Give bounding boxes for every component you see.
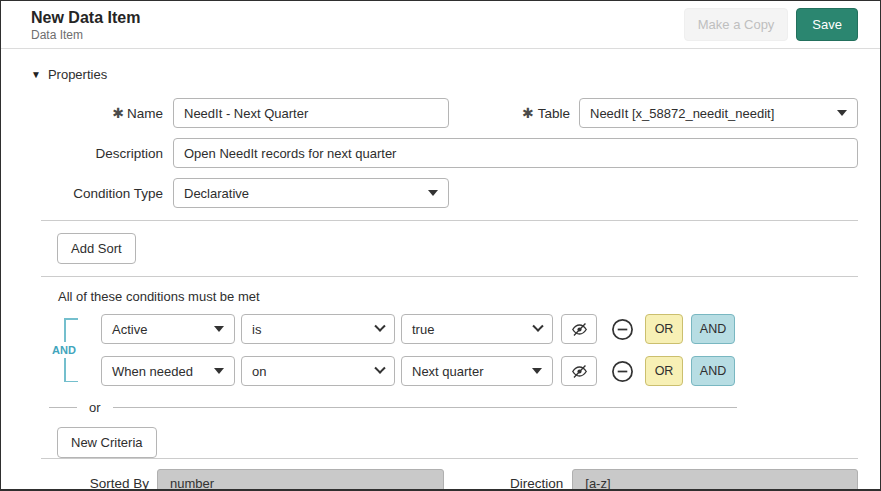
direction-label: Direction xyxy=(510,476,563,491)
required-icon: ✱ xyxy=(522,105,534,121)
condition-type-row: Condition Type Declarative xyxy=(31,178,858,208)
properties-section-toggle[interactable]: ▼ Properties xyxy=(31,67,107,82)
form-header: New Data Item Data Item Make a Copy Save xyxy=(1,1,880,49)
page-subtitle: Data Item xyxy=(31,28,140,42)
eye-slash-icon xyxy=(570,362,589,381)
group-operator-label: AND xyxy=(51,342,77,358)
toggle-visibility-button[interactable] xyxy=(561,314,597,344)
description-label: Description xyxy=(31,146,163,161)
condition-operator-select[interactable]: on xyxy=(241,356,395,386)
collapse-triangle-icon: ▼ xyxy=(31,70,41,80)
properties-section-label: Properties xyxy=(48,67,107,82)
dropdown-caret-icon xyxy=(214,326,224,332)
table-field-group: ✱Table NeedIt [x_58872_needit_needit] xyxy=(522,98,858,128)
minus-circle-icon xyxy=(611,318,634,341)
dropdown-caret-icon xyxy=(837,110,847,116)
divider xyxy=(41,220,858,221)
condition-rows: Active is true xyxy=(101,314,858,386)
table-select-value: NeedIt [x_58872_needit_needit] xyxy=(590,106,774,121)
dropdown-caret-icon xyxy=(428,190,438,196)
sort-footer-row: Sorted By Direction xyxy=(31,459,858,491)
new-criteria-button[interactable]: New Criteria xyxy=(57,427,157,458)
minus-circle-icon xyxy=(611,360,634,383)
sorted-by-label: Sorted By xyxy=(31,476,149,491)
form-footer: Sorted By Direction xyxy=(1,458,880,491)
or-divider: or xyxy=(49,400,737,415)
and-group-connector: AND xyxy=(51,314,81,386)
and-button[interactable]: AND xyxy=(691,314,735,344)
condition-type-value: Declarative xyxy=(184,186,249,201)
toggle-visibility-button[interactable] xyxy=(561,356,597,386)
table-label: ✱Table xyxy=(522,105,570,121)
or-divider-label: or xyxy=(89,400,101,415)
condition-field-select[interactable]: Active xyxy=(101,314,235,344)
remove-condition-button[interactable] xyxy=(609,358,635,384)
description-input[interactable] xyxy=(173,138,858,168)
or-button[interactable]: OR xyxy=(645,314,683,344)
remove-condition-button[interactable] xyxy=(609,316,635,342)
name-input[interactable] xyxy=(173,98,449,128)
condition-operator-select[interactable]: is xyxy=(241,314,395,344)
condition-field-select[interactable]: When needed xyxy=(101,356,235,386)
condition-type-label: Condition Type xyxy=(31,186,163,201)
eye-slash-icon xyxy=(570,320,589,339)
name-table-row: ✱Name ✱Table NeedIt [x_58872_needit_need… xyxy=(31,98,858,128)
condition-type-select[interactable]: Declarative xyxy=(173,178,449,208)
and-button[interactable]: AND xyxy=(691,356,735,386)
condition-builder: AND Active is true xyxy=(51,314,858,386)
make-a-copy-button[interactable]: Make a Copy xyxy=(684,8,789,41)
save-button[interactable]: Save xyxy=(796,8,858,41)
conditions-header-text: All of these conditions must be met xyxy=(58,289,858,304)
name-label: ✱Name xyxy=(31,105,163,121)
divider-line xyxy=(49,407,77,408)
chevron-down-icon xyxy=(374,321,385,332)
or-button[interactable]: OR xyxy=(645,356,683,386)
data-item-form-window: New Data Item Data Item Make a Copy Save… xyxy=(0,0,881,491)
add-sort-button[interactable]: Add Sort xyxy=(57,233,136,264)
header-actions: Make a Copy Save xyxy=(684,8,858,41)
page-title: New Data Item xyxy=(31,8,140,28)
sorted-by-input xyxy=(157,469,444,491)
description-row: Description xyxy=(31,138,858,168)
condition-value-select[interactable]: Next quarter xyxy=(401,356,553,386)
divider-line xyxy=(113,407,737,408)
header-titles: New Data Item Data Item xyxy=(31,8,140,42)
condition-row: When needed on Next quarter xyxy=(101,356,858,386)
dropdown-caret-icon xyxy=(214,368,224,374)
required-icon: ✱ xyxy=(112,105,124,121)
chevron-down-icon xyxy=(532,321,543,332)
chevron-down-icon xyxy=(374,363,385,374)
form-body: ▼ Properties ✱Name ✱Table NeedIt [x_5887… xyxy=(1,49,880,458)
direction-input xyxy=(572,469,858,491)
table-select[interactable]: NeedIt [x_58872_needit_needit] xyxy=(579,98,858,128)
divider xyxy=(41,276,858,277)
condition-value-select[interactable]: true xyxy=(401,314,553,344)
dropdown-caret-icon xyxy=(532,368,542,374)
condition-row: Active is true xyxy=(101,314,858,344)
